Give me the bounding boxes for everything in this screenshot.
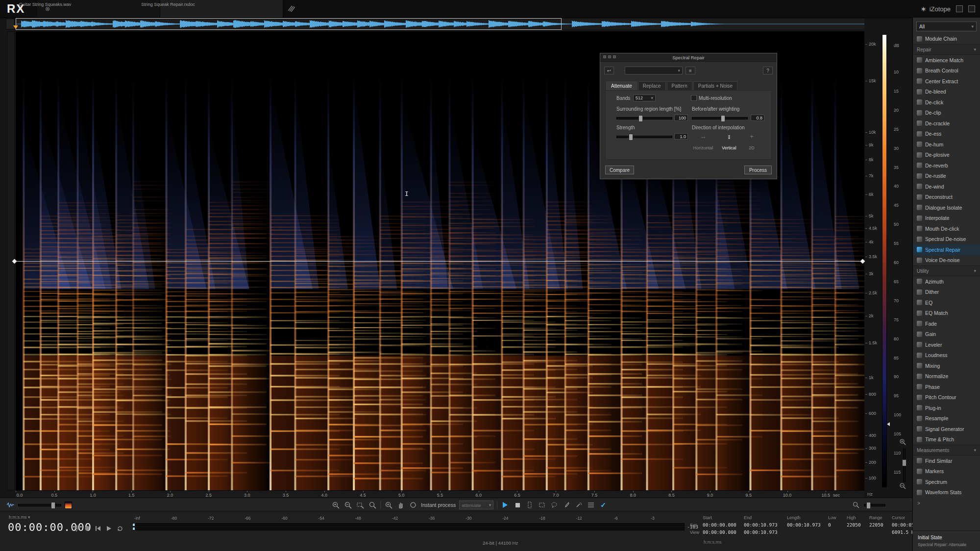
module-item-fade[interactable]: Fade <box>913 318 980 329</box>
module-item-de-crackle[interactable]: De-crackle <box>913 118 980 129</box>
time-format-dropdown[interactable]: h:m:s.ms ▾ <box>9 515 30 520</box>
lasso-selection-tool-icon[interactable] <box>550 501 559 509</box>
dialog-tab-partials-noise[interactable]: Partials + Noise <box>693 81 737 90</box>
module-item-resample[interactable]: Resample <box>913 413 980 424</box>
field-value-end[interactable]: 00:00:10.973 <box>744 522 787 527</box>
magic-wand-tool-icon[interactable] <box>574 501 583 509</box>
vertical-zoom-handle[interactable] <box>902 459 906 466</box>
preset-menu-icon[interactable]: ≡ <box>686 67 695 74</box>
section-header-utility[interactable]: Utility▾ <box>913 265 980 276</box>
preview-play-button[interactable] <box>501 501 510 509</box>
strength-slider[interactable] <box>616 136 672 138</box>
section-header-measurements[interactable]: Measurements▾ <box>913 445 980 455</box>
module-item-de-ess[interactable]: De-ess <box>913 129 980 140</box>
field-value-start[interactable]: 00:00:00.000 <box>703 522 744 527</box>
instant-process-mode-dropdown[interactable]: attenuate ▾ <box>459 501 493 509</box>
field-value-high[interactable]: 22050 <box>847 522 869 527</box>
direction-horizontal-label[interactable]: Horizontal <box>693 145 713 150</box>
module-item-find-similar[interactable]: Find Similar <box>913 455 980 466</box>
horizontal-zoom-handle[interactable] <box>866 502 871 509</box>
preset-dropdown[interactable]: ▾ <box>625 67 683 74</box>
time-selection-tool-icon[interactable] <box>525 501 534 509</box>
module-item-phase[interactable]: Phase <box>913 382 980 392</box>
direction-2d-icon[interactable]: + <box>747 132 756 141</box>
weighting-slider[interactable] <box>692 117 748 120</box>
module-item-ambience-match[interactable]: Ambience Match <box>913 55 980 66</box>
module-item-spectral-repair[interactable]: Spectral Repair <box>913 244 980 255</box>
apply-selection-check-icon[interactable]: ✓ <box>599 501 608 509</box>
tab-string-squeak-repair-rxdoc[interactable]: String Squeak Repair.rxdoc <box>160 0 283 18</box>
multi-resolution-checkbox[interactable] <box>691 95 697 101</box>
module-item-de-reverb[interactable]: De-reverb <box>913 160 980 171</box>
zoom-in-time-icon[interactable] <box>331 501 340 509</box>
dialog-title-bar[interactable]: Spectral Repair <box>600 53 777 62</box>
instant-process-toggle-icon[interactable] <box>409 501 417 509</box>
vertical-zoom-out-icon[interactable] <box>900 483 906 489</box>
field-value-low[interactable]: 0 <box>828 522 847 527</box>
module-item-interpolate[interactable]: Interpolate <box>913 213 980 224</box>
module-item-gain[interactable]: Gain <box>913 329 980 340</box>
composite-view-icon[interactable] <box>288 5 295 12</box>
dialog-tab-attenuate[interactable]: Attenuate <box>606 81 637 90</box>
history-back-icon[interactable]: ↩ <box>604 67 614 74</box>
history-item-spectral-repair-attenuate[interactable]: Spectral Repair: Attenuate <box>913 541 980 548</box>
module-item-center-extract[interactable]: Center Extract <box>913 76 980 87</box>
overview-view-box[interactable] <box>16 18 562 30</box>
module-item-de-plosive[interactable]: De-plosive <box>913 150 980 161</box>
module-item-eq-match[interactable]: EQ Match <box>913 308 980 319</box>
module-item-de-hum[interactable]: De-hum <box>913 139 980 150</box>
zoom-fit-icon[interactable] <box>368 501 377 509</box>
module-item-plug-in[interactable]: Plug-in <box>913 403 980 413</box>
window-options-icon[interactable] <box>968 5 975 12</box>
time-frequency-selection-tool-icon[interactable] <box>538 501 546 509</box>
grab-hand-tool-icon[interactable] <box>396 501 405 509</box>
module-item-leveler[interactable]: Leveler <box>913 339 980 350</box>
module-item-pitch-contour[interactable]: Pitch Contour <box>913 392 980 403</box>
module-item-signal-generator[interactable]: Signal Generator <box>913 424 980 434</box>
vertical-zoom-in-icon[interactable] <box>900 439 906 445</box>
module-item-azimuth[interactable]: Azimuth <box>913 276 980 287</box>
surrounding-region-slider[interactable] <box>616 117 672 120</box>
module-item-markers[interactable]: Markers <box>913 466 980 477</box>
strength-value[interactable]: 1.0 <box>674 133 688 140</box>
horizontal-zoom-slider[interactable] <box>864 504 885 506</box>
zoom-tool-icon[interactable] <box>384 501 393 509</box>
field-value-length[interactable]: 00:00:10.973 <box>787 522 828 527</box>
weighting-handle[interactable] <box>721 115 725 122</box>
process-button[interactable]: Process <box>744 166 772 174</box>
direction-2d-label[interactable]: 2D <box>749 145 755 150</box>
waveform-display-icon[interactable] <box>6 501 15 509</box>
compare-button[interactable]: Compare <box>605 166 634 174</box>
module-filter-dropdown[interactable]: All ▾ <box>916 22 977 31</box>
module-item-de-rustle[interactable]: De-rustle <box>913 171 980 182</box>
module-item-time-pitch[interactable]: Time & Pitch <box>913 434 980 445</box>
zoom-to-selection-icon[interactable] <box>356 501 365 509</box>
field-value-end[interactable]: 00:00:10.973 <box>744 529 787 535</box>
window-layout-icon[interactable] <box>956 5 963 12</box>
module-item-breath-control[interactable]: Breath Control <box>913 66 980 76</box>
frequency-ruler[interactable]: 20k15k10k9k8k7k6k5k4.5k4k3.5k3k2.5k2k1.5… <box>865 31 882 490</box>
direction-horizontal-icon[interactable]: ↔ <box>699 132 708 141</box>
amplitude-colorbar[interactable] <box>882 34 887 487</box>
frequency-selection-line[interactable] <box>16 261 864 262</box>
return-to-start-button[interactable] <box>95 526 101 531</box>
module-item-spectrum[interactable]: Spectrum <box>913 477 980 487</box>
brush-selection-tool-icon[interactable] <box>562 501 571 509</box>
dialog-tab-pattern[interactable]: Pattern <box>667 81 692 90</box>
field-value-range[interactable]: 22050 <box>869 522 892 527</box>
db-range-marker[interactable] <box>887 422 890 426</box>
playhead-marker[interactable] <box>13 25 18 29</box>
record-button[interactable] <box>84 526 90 531</box>
history-item-initial-state[interactable]: Initial State <box>913 534 980 541</box>
field-value-start[interactable]: 00:00:00.000 <box>703 529 744 535</box>
harmonic-selection-tool-icon[interactable] <box>587 501 595 509</box>
record-monitor-mic-icon[interactable] <box>74 525 79 532</box>
bands-dropdown[interactable]: 512 ▾ <box>633 95 656 101</box>
surrounding-region-value[interactable]: 100 <box>674 115 688 121</box>
weighting-value[interactable]: 0.8 <box>751 115 764 121</box>
direction-vertical-icon[interactable]: ↕ <box>725 132 734 141</box>
waveform-spectrogram-blend-slider[interactable] <box>18 504 61 506</box>
stop-button[interactable] <box>513 501 522 509</box>
module-item-de-click[interactable]: De-click <box>913 97 980 108</box>
module-item-de-wind[interactable]: De-wind <box>913 181 980 192</box>
